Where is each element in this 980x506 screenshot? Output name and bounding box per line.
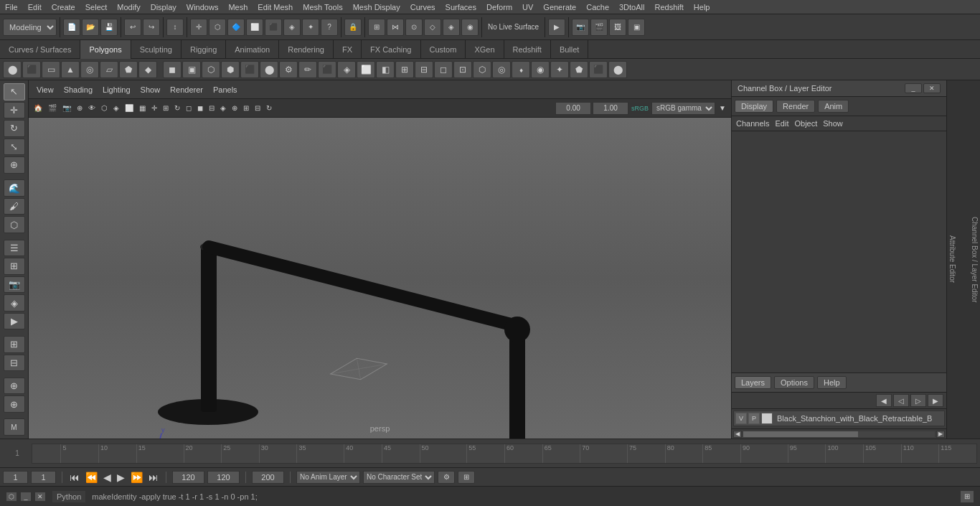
timeline[interactable]: 1 5 10 15 20 25 30 35 40 45 50 55 60 65 …	[0, 439, 980, 467]
menu-deform[interactable]: Deform	[481, 1, 517, 13]
status-settings-btn[interactable]: ⊞	[960, 490, 974, 503]
prism-icon-btn[interactable]: ◆	[138, 61, 157, 78]
pen-icon-btn[interactable]: ✏	[298, 61, 317, 78]
camera-btn[interactable]: 📷	[572, 19, 589, 36]
ch-channels-menu[interactable]: Channels	[736, 119, 769, 128]
scroll-right-btn[interactable]: ▶	[936, 431, 945, 438]
range-start-field[interactable]	[172, 471, 204, 484]
range-end-field[interactable]	[207, 471, 240, 484]
torus-icon-btn[interactable]: ◎	[80, 61, 99, 78]
cam-arrow-btn[interactable]: ▼	[717, 103, 728, 113]
vp-menu-lighting[interactable]: Lighting	[99, 84, 134, 95]
timeline-ruler[interactable]: 5 10 15 20 25 30 35 40 45 50 55 60 65 70…	[32, 444, 977, 464]
menu-mesh[interactable]: Mesh	[223, 1, 253, 13]
camera-ctrl-btn[interactable]: 📷	[4, 276, 25, 294]
vp-menu-shading[interactable]: Shading	[60, 84, 96, 95]
cylinder-icon-btn[interactable]: ▭	[42, 61, 60, 78]
anim-end-field[interactable]	[252, 471, 284, 484]
crease-icon-btn[interactable]: ✦	[550, 61, 569, 78]
merge-icon-btn[interactable]: ⊞	[395, 61, 414, 78]
vp-menu-view[interactable]: View	[33, 84, 57, 95]
plane-icon-btn[interactable]: ▱	[100, 61, 118, 78]
tab-sculpting[interactable]: Sculpting	[131, 40, 182, 59]
menu-display[interactable]: Display	[146, 1, 182, 13]
paint-select-btn[interactable]: 🖌	[4, 198, 25, 215]
tab-layer-options[interactable]: Options	[774, 376, 814, 389]
renderview-btn[interactable]: ▣	[628, 19, 645, 36]
transfer-icon-btn[interactable]: ⬟	[570, 61, 588, 78]
universal-mode-btn[interactable]: ⊕	[4, 156, 25, 174]
smooth-icon-btn[interactable]: ◎	[492, 61, 511, 78]
bc-settings-btn[interactable]: ⚙	[438, 471, 455, 484]
lattice-icon-btn[interactable]: ⬛	[589, 61, 608, 78]
snap-point[interactable]: ⊙	[405, 19, 423, 36]
cam-grid2-btn[interactable]: ⊞	[241, 103, 251, 113]
extrude-icon-btn[interactable]: ⬜	[357, 61, 375, 78]
current-frame-field[interactable]	[3, 471, 28, 484]
sphere-icon-btn[interactable]: ⬤	[3, 61, 22, 78]
ch-object-menu[interactable]: Object	[794, 119, 817, 128]
layer-color-swatch[interactable]	[761, 413, 773, 424]
tab-layers[interactable]: Layers	[735, 376, 771, 389]
scroll-thumb[interactable]	[743, 431, 858, 437]
cam-home-btn[interactable]: 🏠	[32, 103, 44, 113]
axes-btn[interactable]: ⊞	[4, 336, 25, 353]
sculpt-icon-btn[interactable]: ⬤	[608, 61, 627, 78]
rotate-x-field[interactable]	[555, 102, 591, 115]
step-back-btn[interactable]: ⏪	[84, 472, 99, 483]
anim-layer-dropdown[interactable]: No Anim Layer	[296, 471, 360, 484]
workspace-dropdown[interactable]: Modeling	[3, 19, 57, 36]
connect-icon-btn[interactable]: ⊡	[453, 61, 472, 78]
cam-smooth-btn[interactable]: ◈	[111, 103, 121, 113]
poly2-icon-btn[interactable]: ⬢	[221, 61, 240, 78]
tab-bullet[interactable]: Bullet	[551, 40, 589, 59]
tab-polygons[interactable]: Polygons	[80, 40, 131, 59]
snap-live[interactable]: ◉	[461, 19, 479, 36]
layer-prev2-btn[interactable]: ◁	[893, 394, 909, 407]
snap-curve[interactable]: ⋈	[387, 19, 404, 36]
channel-box-side-label[interactable]: Channel Box / Layer Editor	[971, 217, 979, 303]
tab-animation[interactable]: Animation	[226, 40, 279, 59]
box-select[interactable]: ⬜	[246, 19, 263, 36]
bridge-icon-btn[interactable]: ⬛	[318, 61, 336, 78]
cam-wire-btn[interactable]: ⬡	[99, 103, 110, 113]
rotate-mode-btn[interactable]: ↻	[4, 120, 25, 137]
poly-icon-btn[interactable]: ⬡	[202, 61, 220, 78]
menu-edit-mesh[interactable]: Edit Mesh	[253, 1, 298, 13]
mirror-icon-btn[interactable]: ⬧	[512, 61, 530, 78]
vp-menu-panels[interactable]: Panels	[209, 84, 241, 95]
tab-layer-help[interactable]: Help	[817, 376, 847, 389]
snap-tool[interactable]: ?	[321, 19, 338, 36]
side-labels[interactable]: Channel Box / Layer Editor Attribute Edi…	[946, 80, 980, 439]
save-file-btn[interactable]: 💾	[100, 19, 118, 36]
subdiv-icon-btn[interactable]: ◼	[163, 61, 182, 78]
cam-cull-btn[interactable]: ⊕	[230, 103, 240, 113]
soft-select[interactable]: 🔒	[344, 19, 362, 36]
ch-edit-menu[interactable]: Edit	[775, 119, 788, 128]
vp-menu-show[interactable]: Show	[137, 84, 164, 95]
menu-edit[interactable]: Edit	[23, 1, 47, 13]
ch-show-menu[interactable]: Show	[823, 119, 843, 128]
snap-btn[interactable]: ⊞	[4, 258, 25, 275]
render-btn[interactable]: ▶	[548, 19, 565, 36]
cam-orbit-btn[interactable]: ↻	[172, 103, 182, 113]
move-tool[interactable]: ⬛	[265, 19, 282, 36]
menu-select[interactable]: Select	[80, 1, 113, 13]
tab-xgen[interactable]: XGen	[466, 40, 504, 59]
menu-generate[interactable]: Generate	[538, 1, 581, 13]
tab-fx-caching[interactable]: FX Caching	[362, 40, 420, 59]
cam-pan-btn[interactable]: ✛	[149, 103, 159, 113]
cb-minimize-btn[interactable]: _	[905, 83, 922, 93]
extract-icon-btn[interactable]: ◧	[376, 61, 395, 78]
tab-curves-surfaces[interactable]: Curves / Surfaces	[0, 40, 80, 59]
snap-curve2-btn[interactable]: ⊕	[4, 395, 25, 413]
bool-icon-btn[interactable]: ◉	[531, 61, 550, 78]
scroll-left-btn[interactable]: ◀	[733, 431, 742, 438]
frame2-field[interactable]	[31, 471, 56, 484]
lasso-btn[interactable]: ⬡	[4, 216, 25, 233]
tab-display[interactable]: Display	[735, 100, 773, 113]
cam-safe-btn[interactable]: ◼	[195, 103, 205, 113]
disk-icon-btn[interactable]: ⬟	[119, 61, 138, 78]
select-mode-btn[interactable]: ↖	[4, 83, 25, 100]
transform-btn[interactable]: ↕	[166, 19, 184, 36]
